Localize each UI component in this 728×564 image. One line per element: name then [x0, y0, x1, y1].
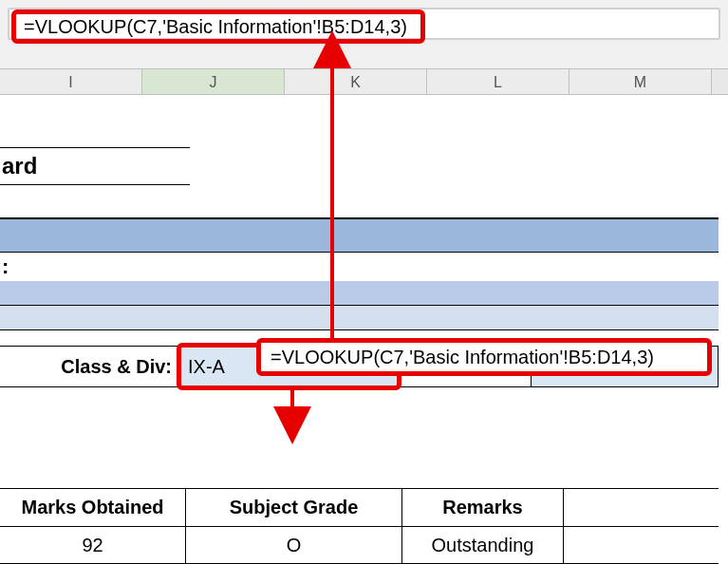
class-div-value: IX-A	[188, 356, 225, 378]
spacer-band-1	[0, 194, 719, 218]
table-row: 92 O Outstanding	[0, 526, 719, 564]
cell-remarks[interactable]: Outstanding	[402, 527, 564, 563]
col-header-k[interactable]: K	[285, 69, 427, 94]
formula-text-top: =VLOOKUP(C7,'Basic Information'!B5:D14,3…	[24, 16, 407, 38]
table-header-row: Marks Obtained Subject Grade Remarks	[0, 488, 719, 526]
header-band-blue3	[0, 306, 719, 330]
col-subject-grade: Subject Grade	[186, 489, 402, 526]
col-remarks: Remarks	[402, 489, 564, 526]
col-header-j[interactable]: J	[142, 69, 285, 94]
col-header-i[interactable]: I	[0, 69, 142, 94]
col-header-m[interactable]: M	[569, 69, 712, 94]
formula-bar-highlight: =VLOOKUP(C7,'Basic Information'!B5:D14,3…	[11, 9, 425, 44]
label-band-colon: :	[0, 253, 719, 281]
col-marks-obtained: Marks Obtained	[0, 489, 186, 526]
cell-marks-obtained[interactable]: 92	[0, 527, 186, 563]
worksheet-area[interactable]: ard : Class & Div: IX-A Attendance: Mark…	[0, 95, 728, 564]
formula-callout-bottom: =VLOOKUP(C7,'Basic Information'!B5:D14,3…	[256, 338, 712, 376]
cell-subject-grade[interactable]: O	[186, 527, 402, 563]
col-header-l[interactable]: L	[427, 69, 569, 94]
header-band-blue2	[0, 281, 719, 306]
header-band-blue1	[0, 218, 719, 253]
formula-text-bottom: =VLOOKUP(C7,'Basic Information'!B5:D14,3…	[271, 347, 654, 368]
class-div-label: Class & Div:	[0, 347, 180, 386]
title-fragment: ard	[0, 147, 190, 185]
marks-table: Marks Obtained Subject Grade Remarks 92 …	[0, 488, 719, 564]
column-header-row: I J K L M	[0, 68, 728, 95]
